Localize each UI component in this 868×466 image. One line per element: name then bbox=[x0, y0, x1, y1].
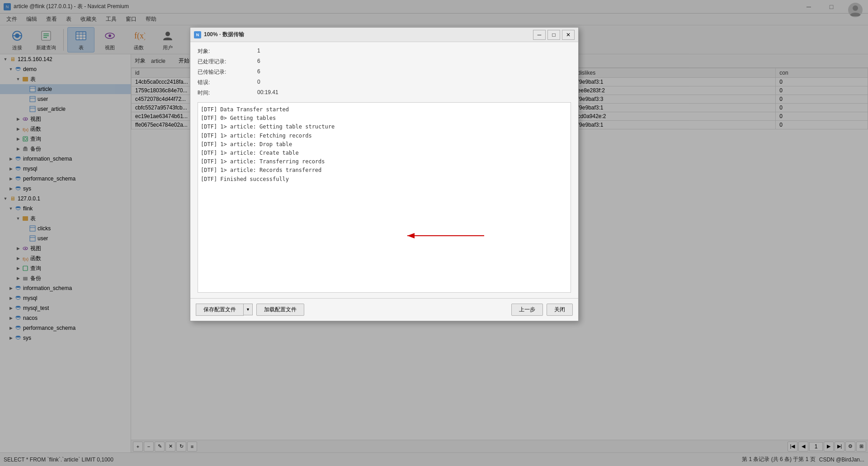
log-line: [DTF] 1> article: Create table bbox=[201, 149, 568, 157]
modal-body: 对象: 1 已处理记录: 6 已传输记录: 6 错误: 0 时间: 00:19.… bbox=[190, 42, 578, 298]
object-stat-value: 1 bbox=[257, 48, 571, 55]
log-line: [DTF] 1> article: Getting table structur… bbox=[201, 123, 568, 131]
stats-grid: 对象: 1 已处理记录: 6 已传输记录: 6 错误: 0 时间: 00:19.… bbox=[198, 48, 571, 97]
modal-maximize-btn[interactable]: □ bbox=[547, 30, 560, 40]
log-area: [DTF] Data Transfer started[DTF] 0> Gett… bbox=[198, 102, 571, 293]
modal-title: 100% · 数据传输 bbox=[204, 31, 244, 38]
modal-title-bar: N 100% · 数据传输 ─ □ ✕ bbox=[190, 28, 578, 42]
log-line: [DTF] 1> article: Fetching records bbox=[201, 132, 568, 140]
log-line: [DTF] 1> article: Records transferred bbox=[201, 166, 568, 175]
save-config-group: 保存配置文件 ▼ bbox=[196, 304, 253, 316]
modal-close-btn[interactable]: ✕ bbox=[562, 30, 575, 40]
log-line: [DTF] 1> article: Drop table bbox=[201, 140, 568, 149]
error-label: 错误: bbox=[198, 79, 252, 86]
log-line: [DTF] 0> Getting tables bbox=[201, 114, 568, 123]
modal-footer: 保存配置文件 ▼ 加载配置文件 上一步 关闭 bbox=[190, 298, 578, 321]
load-config-btn[interactable]: 加载配置文件 bbox=[256, 304, 304, 316]
time-value: 00:19.41 bbox=[257, 89, 571, 97]
log-line: [DTF] Finished successfully bbox=[201, 175, 568, 184]
log-line: [DTF] Data Transfer started bbox=[201, 105, 568, 114]
transferred-value: 6 bbox=[257, 68, 571, 76]
modal-overlay: N 100% · 数据传输 ─ □ ✕ 对象: 1 已处理记录: 6 已传输记录… bbox=[0, 0, 868, 466]
data-transfer-modal: N 100% · 数据传输 ─ □ ✕ 对象: 1 已处理记录: 6 已传输记录… bbox=[190, 27, 579, 321]
processed-value: 6 bbox=[257, 58, 571, 66]
modal-close-footer-btn[interactable]: 关闭 bbox=[547, 304, 573, 316]
time-label: 时间: bbox=[198, 89, 252, 97]
modal-title-left: N 100% · 数据传输 bbox=[194, 31, 244, 38]
object-stat-label: 对象: bbox=[198, 48, 252, 55]
modal-minimize-btn[interactable]: ─ bbox=[533, 30, 546, 40]
error-value: 0 bbox=[257, 79, 571, 86]
modal-controls: ─ □ ✕ bbox=[533, 30, 575, 40]
processed-label: 已处理记录: bbox=[198, 58, 252, 66]
save-config-dropdown[interactable]: ▼ bbox=[244, 304, 253, 315]
modal-app-icon: N bbox=[194, 31, 201, 38]
transferred-label: 已传输记录: bbox=[198, 68, 252, 76]
log-line: [DTF] 1> article: Transferring records bbox=[201, 157, 568, 166]
prev-step-btn[interactable]: 上一步 bbox=[511, 304, 543, 316]
save-config-btn[interactable]: 保存配置文件 bbox=[196, 304, 244, 316]
